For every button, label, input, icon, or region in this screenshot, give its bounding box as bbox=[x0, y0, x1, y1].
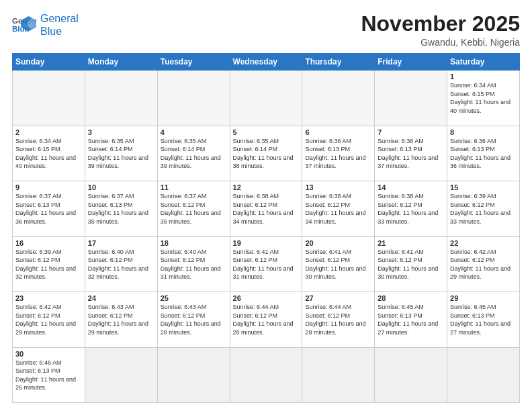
day-info: Sunrise: 6:39 AM Sunset: 6:12 PM Dayligh… bbox=[450, 192, 517, 226]
logo-icon: General Blue bbox=[12, 15, 36, 35]
day-info: Sunrise: 6:36 AM Sunset: 6:13 PM Dayligh… bbox=[378, 137, 444, 171]
day-info: Sunrise: 6:35 AM Sunset: 6:14 PM Dayligh… bbox=[88, 137, 154, 171]
logo-text: General Blue bbox=[40, 12, 79, 38]
calendar-cell bbox=[157, 71, 230, 126]
day-number: 4 bbox=[161, 128, 227, 136]
day-info: Sunrise: 6:40 AM Sunset: 6:12 PM Dayligh… bbox=[88, 248, 154, 281]
header: General Blue General Blue November 2025 … bbox=[12, 12, 520, 48]
calendar-cell bbox=[447, 347, 520, 402]
day-info: Sunrise: 6:45 AM Sunset: 6:13 PM Dayligh… bbox=[378, 303, 444, 336]
day-info: Sunrise: 6:34 AM Sunset: 6:15 PM Dayligh… bbox=[450, 81, 517, 115]
day-info: Sunrise: 6:37 AM Sunset: 6:13 PM Dayligh… bbox=[88, 192, 154, 226]
day-number: 17 bbox=[88, 239, 154, 247]
day-info: Sunrise: 6:38 AM Sunset: 6:12 PM Dayligh… bbox=[233, 192, 300, 226]
calendar-cell: 9Sunrise: 6:37 AM Sunset: 6:13 PM Daylig… bbox=[13, 181, 85, 236]
day-number: 11 bbox=[161, 183, 227, 191]
day-number: 12 bbox=[233, 183, 300, 191]
calendar-cell: 29Sunrise: 6:45 AM Sunset: 6:13 PM Dayli… bbox=[447, 292, 520, 347]
day-number: 10 bbox=[88, 183, 154, 191]
calendar-cell: 21Sunrise: 6:41 AM Sunset: 6:12 PM Dayli… bbox=[375, 236, 447, 291]
day-info: Sunrise: 6:37 AM Sunset: 6:12 PM Dayligh… bbox=[161, 192, 227, 226]
day-info: Sunrise: 6:41 AM Sunset: 6:12 PM Dayligh… bbox=[378, 248, 444, 281]
day-number: 30 bbox=[15, 350, 82, 358]
day-info: Sunrise: 6:41 AM Sunset: 6:12 PM Dayligh… bbox=[305, 248, 371, 281]
calendar-cell bbox=[302, 71, 375, 126]
calendar-cell: 18Sunrise: 6:40 AM Sunset: 6:12 PM Dayli… bbox=[157, 236, 230, 291]
day-info: Sunrise: 6:36 AM Sunset: 6:13 PM Dayligh… bbox=[450, 137, 517, 171]
day-info: Sunrise: 6:42 AM Sunset: 6:12 PM Dayligh… bbox=[15, 303, 82, 336]
day-info: Sunrise: 6:41 AM Sunset: 6:12 PM Dayligh… bbox=[233, 248, 300, 281]
calendar-cell: 5Sunrise: 6:35 AM Sunset: 6:14 PM Daylig… bbox=[230, 126, 302, 181]
weekday-header: Tuesday bbox=[157, 54, 230, 71]
day-info: Sunrise: 6:43 AM Sunset: 6:12 PM Dayligh… bbox=[88, 303, 154, 336]
day-info: Sunrise: 6:35 AM Sunset: 6:14 PM Dayligh… bbox=[161, 137, 227, 171]
calendar-cell: 20Sunrise: 6:41 AM Sunset: 6:12 PM Dayli… bbox=[302, 236, 375, 291]
calendar-cell: 28Sunrise: 6:45 AM Sunset: 6:13 PM Dayli… bbox=[375, 292, 447, 347]
calendar-cell: 22Sunrise: 6:42 AM Sunset: 6:12 PM Dayli… bbox=[447, 236, 520, 291]
day-info: Sunrise: 6:36 AM Sunset: 6:13 PM Dayligh… bbox=[305, 137, 371, 171]
day-number: 24 bbox=[88, 294, 154, 302]
calendar-cell: 8Sunrise: 6:36 AM Sunset: 6:13 PM Daylig… bbox=[447, 126, 520, 181]
day-info: Sunrise: 6:44 AM Sunset: 6:12 PM Dayligh… bbox=[305, 303, 371, 336]
calendar-cell bbox=[375, 71, 447, 126]
calendar-cell: 24Sunrise: 6:43 AM Sunset: 6:12 PM Dayli… bbox=[85, 292, 157, 347]
calendar-cell: 12Sunrise: 6:38 AM Sunset: 6:12 PM Dayli… bbox=[230, 181, 302, 236]
day-number: 15 bbox=[450, 183, 517, 191]
day-info: Sunrise: 6:37 AM Sunset: 6:13 PM Dayligh… bbox=[15, 192, 82, 226]
day-number: 3 bbox=[88, 128, 154, 136]
calendar-cell: 4Sunrise: 6:35 AM Sunset: 6:14 PM Daylig… bbox=[157, 126, 230, 181]
calendar: SundayMondayTuesdayWednesdayThursdayFrid… bbox=[12, 53, 520, 403]
day-number: 1 bbox=[450, 73, 517, 81]
day-info: Sunrise: 6:44 AM Sunset: 6:12 PM Dayligh… bbox=[233, 303, 300, 336]
day-info: Sunrise: 6:43 AM Sunset: 6:12 PM Dayligh… bbox=[161, 303, 227, 336]
calendar-cell: 7Sunrise: 6:36 AM Sunset: 6:13 PM Daylig… bbox=[375, 126, 447, 181]
day-number: 28 bbox=[378, 294, 444, 302]
day-number: 22 bbox=[450, 239, 517, 247]
day-number: 5 bbox=[233, 128, 300, 136]
day-info: Sunrise: 6:34 AM Sunset: 6:15 PM Dayligh… bbox=[15, 137, 82, 171]
calendar-cell: 25Sunrise: 6:43 AM Sunset: 6:12 PM Dayli… bbox=[157, 292, 230, 347]
logo: General Blue General Blue bbox=[12, 12, 79, 38]
day-number: 16 bbox=[15, 239, 82, 247]
calendar-cell bbox=[302, 347, 375, 402]
day-number: 26 bbox=[233, 294, 300, 302]
calendar-cell: 1Sunrise: 6:34 AM Sunset: 6:15 PM Daylig… bbox=[447, 71, 520, 126]
logo-general: General bbox=[40, 13, 79, 24]
calendar-cell bbox=[85, 347, 157, 402]
calendar-cell: 11Sunrise: 6:37 AM Sunset: 6:12 PM Dayli… bbox=[157, 181, 230, 236]
page: General Blue General Blue November 2025 … bbox=[0, 0, 532, 411]
calendar-cell: 23Sunrise: 6:42 AM Sunset: 6:12 PM Dayli… bbox=[13, 292, 85, 347]
day-number: 13 bbox=[305, 183, 371, 191]
day-number: 6 bbox=[305, 128, 371, 136]
calendar-cell: 13Sunrise: 6:38 AM Sunset: 6:12 PM Dayli… bbox=[302, 181, 375, 236]
day-number: 14 bbox=[378, 183, 444, 191]
calendar-cell: 10Sunrise: 6:37 AM Sunset: 6:13 PM Dayli… bbox=[85, 181, 157, 236]
calendar-cell: 14Sunrise: 6:38 AM Sunset: 6:12 PM Dayli… bbox=[375, 181, 447, 236]
calendar-cell: 3Sunrise: 6:35 AM Sunset: 6:14 PM Daylig… bbox=[85, 126, 157, 181]
weekday-header: Sunday bbox=[13, 54, 85, 71]
weekday-header: Friday bbox=[375, 54, 447, 71]
weekday-header: Wednesday bbox=[230, 54, 302, 71]
calendar-cell bbox=[230, 71, 302, 126]
location: Gwandu, Kebbi, Nigeria bbox=[361, 37, 520, 48]
day-info: Sunrise: 6:40 AM Sunset: 6:12 PM Dayligh… bbox=[161, 248, 227, 281]
day-info: Sunrise: 6:46 AM Sunset: 6:13 PM Dayligh… bbox=[15, 359, 82, 392]
day-info: Sunrise: 6:35 AM Sunset: 6:14 PM Dayligh… bbox=[233, 137, 300, 171]
day-number: 20 bbox=[305, 239, 371, 247]
month-title: November 2025 bbox=[361, 12, 520, 36]
calendar-cell: 27Sunrise: 6:44 AM Sunset: 6:12 PM Dayli… bbox=[302, 292, 375, 347]
weekday-header: Saturday bbox=[447, 54, 520, 71]
day-number: 9 bbox=[15, 183, 82, 191]
calendar-cell: 19Sunrise: 6:41 AM Sunset: 6:12 PM Dayli… bbox=[230, 236, 302, 291]
calendar-cell bbox=[157, 347, 230, 402]
calendar-cell: 26Sunrise: 6:44 AM Sunset: 6:12 PM Dayli… bbox=[230, 292, 302, 347]
day-number: 2 bbox=[15, 128, 82, 136]
calendar-cell bbox=[13, 71, 85, 126]
day-number: 18 bbox=[161, 239, 227, 247]
day-info: Sunrise: 6:42 AM Sunset: 6:12 PM Dayligh… bbox=[450, 248, 517, 281]
day-info: Sunrise: 6:38 AM Sunset: 6:12 PM Dayligh… bbox=[305, 192, 371, 226]
calendar-cell: 15Sunrise: 6:39 AM Sunset: 6:12 PM Dayli… bbox=[447, 181, 520, 236]
day-number: 29 bbox=[450, 294, 517, 302]
weekday-header: Thursday bbox=[302, 54, 375, 71]
weekday-header: Monday bbox=[85, 54, 157, 71]
